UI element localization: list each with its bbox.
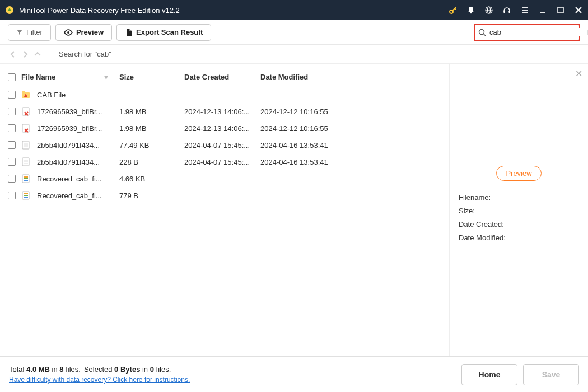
export-button[interactable]: Export Scan Result: [116, 24, 211, 41]
close-icon[interactable]: [573, 5, 584, 15]
app-logo-icon: [4, 5, 15, 15]
table-row[interactable]: Recovered_cab_fi...779 B: [8, 187, 441, 204]
titlebar: MiniTool Power Data Recovery Free Editio…: [0, 0, 588, 20]
svg-rect-38: [24, 180, 28, 181]
export-icon: [125, 29, 133, 36]
svg-rect-37: [24, 178, 28, 179]
save-button[interactable]: Save: [523, 364, 579, 385]
preview-panel-button[interactable]: Preview: [496, 166, 541, 181]
row-checkbox[interactable]: [8, 158, 16, 166]
filter-label: Filter: [26, 28, 43, 36]
col-name-label[interactable]: File Name: [21, 73, 55, 81]
file-name: CAB File: [37, 91, 66, 99]
table-row[interactable]: CAB File: [8, 86, 441, 103]
bell-icon[interactable]: [466, 5, 476, 15]
col-modified-label[interactable]: Date Modified: [260, 73, 339, 81]
file-size: 77.49 KB: [119, 141, 184, 150]
file-modified: 2024-04-16 13:53:41: [260, 141, 339, 150]
row-checkbox[interactable]: [8, 141, 16, 149]
file-created: 2024-12-13 14:06:...: [184, 124, 260, 133]
key-icon[interactable]: [448, 5, 458, 15]
svg-rect-41: [24, 195, 28, 196]
total-mid: in: [50, 365, 59, 374]
search-icon: [478, 29, 486, 36]
forward-icon[interactable]: [20, 49, 30, 59]
breadcrumb: Search for "cab": [59, 50, 111, 58]
file-modified: 2024-12-12 10:16:55: [260, 124, 339, 133]
svg-rect-12: [558, 7, 563, 13]
preview-size-label: Size:: [459, 204, 581, 218]
preview-close-icon[interactable]: ✕: [575, 68, 582, 79]
row-checkbox[interactable]: [8, 91, 16, 99]
selected-count: 0: [150, 365, 154, 374]
file-type-icon: [21, 124, 30, 133]
file-created: 2024-04-07 15:45:...: [184, 141, 260, 150]
preview-label: Preview: [76, 28, 104, 36]
file-modified: 2024-12-12 10:16:55: [260, 108, 339, 116]
sort-indicator-icon[interactable]: ▼: [103, 74, 109, 81]
selected-mid: in: [140, 365, 150, 374]
file-type-icon: [21, 141, 30, 150]
table-row[interactable]: 2b5b4fd0791f434...228 B2024-04-07 15:45:…: [8, 153, 441, 170]
svg-rect-40: [24, 193, 28, 194]
export-label: Export Scan Result: [136, 28, 203, 36]
headphones-icon[interactable]: [502, 5, 512, 15]
file-type-icon: [21, 157, 30, 166]
file-name: 2b5b4fd0791f434...: [37, 158, 100, 166]
total-count: 8: [59, 365, 63, 374]
select-all-checkbox[interactable]: [8, 73, 16, 81]
file-size: 779 B: [119, 192, 184, 200]
app-title: MiniTool Power Data Recovery Free Editio…: [19, 6, 448, 15]
svg-line-17: [484, 34, 486, 36]
file-name: 2b5b4fd0791f434...: [37, 141, 100, 150]
file-name: 1726965939_bfiBr...: [37, 108, 102, 116]
file-type-icon: [21, 191, 30, 200]
status-bar: Total 4.0 MB in 8 files. Selected 0 Byte…: [0, 356, 588, 392]
svg-rect-42: [24, 197, 28, 198]
total-prefix: Total: [9, 365, 26, 374]
eye-icon: [64, 29, 73, 36]
row-checkbox[interactable]: [8, 192, 16, 199]
help-link[interactable]: Have difficulty with data recovery? Clic…: [9, 376, 190, 384]
back-icon[interactable]: [8, 49, 18, 59]
col-created-label[interactable]: Date Created: [184, 73, 260, 81]
preview-filename-label: Filename:: [459, 191, 581, 204]
svg-rect-6: [503, 11, 505, 13]
up-icon[interactable]: [32, 49, 43, 59]
table-header: File Name ▼ Size Date Created Date Modif…: [8, 69, 441, 86]
file-list-panel: File Name ▼ Size Date Created Date Modif…: [0, 64, 449, 356]
row-checkbox[interactable]: [8, 175, 16, 183]
svg-rect-20: [22, 91, 25, 93]
menu-icon[interactable]: [520, 5, 530, 15]
row-checkbox[interactable]: [8, 108, 16, 115]
row-checkbox[interactable]: [8, 124, 16, 132]
preview-button[interactable]: Preview: [55, 24, 112, 41]
svg-point-16: [479, 29, 484, 34]
file-size: 4.66 KB: [119, 175, 184, 183]
svg-rect-7: [508, 11, 510, 13]
filter-button[interactable]: Filter: [8, 24, 51, 41]
home-button[interactable]: Home: [461, 364, 517, 385]
file-modified: 2024-04-16 13:53:41: [260, 158, 339, 166]
table-row[interactable]: 1726965939_bfiBr...1.98 MB2024-12-13 14:…: [8, 120, 441, 137]
table-row[interactable]: 2b5b4fd0791f434...77.49 KB2024-04-07 15:…: [8, 137, 441, 153]
search-box: ✕: [474, 24, 580, 41]
file-name: Recovered_cab_fi...: [37, 192, 102, 200]
total-suffix: files.: [64, 365, 81, 374]
minimize-icon[interactable]: [538, 5, 548, 15]
maximize-icon[interactable]: [556, 5, 566, 15]
table-row[interactable]: 1726965939_bfiBr...1.98 MB2024-12-13 14:…: [8, 103, 441, 120]
file-name: Recovered_cab_fi...: [37, 175, 102, 183]
file-size: 1.98 MB: [119, 124, 184, 133]
selected-suffix: files.: [154, 365, 171, 374]
file-created: 2024-12-13 14:06:...: [184, 108, 260, 116]
file-type-icon: [21, 90, 30, 99]
preview-panel: ✕ Preview Filename: Size: Date Created: …: [449, 64, 588, 356]
search-input[interactable]: [489, 28, 584, 36]
breadcrumb-bar: Search for "cab": [0, 45, 588, 64]
table-row[interactable]: Recovered_cab_fi...4.66 KB: [8, 170, 441, 187]
selected-prefix: Selected: [84, 365, 114, 374]
svg-point-2: [470, 12, 472, 14]
globe-icon[interactable]: [484, 5, 494, 15]
col-size-label[interactable]: Size: [119, 73, 184, 81]
